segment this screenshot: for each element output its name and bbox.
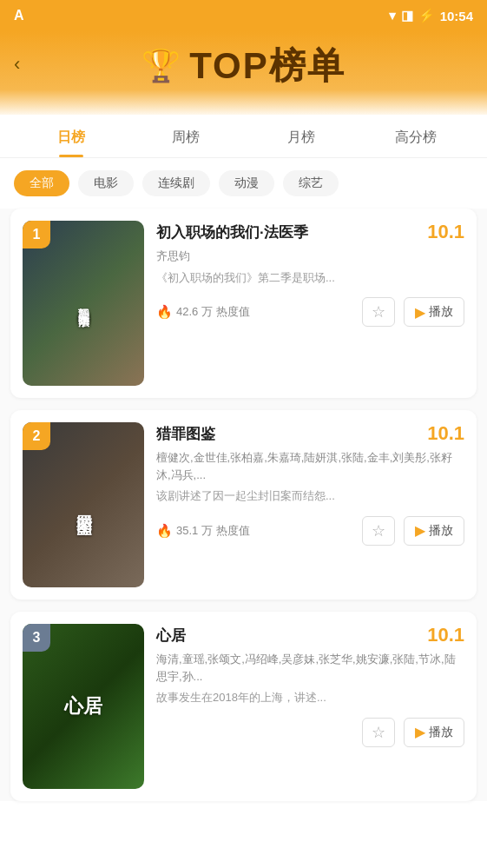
play-label-2: 播放 bbox=[429, 523, 453, 539]
time-display: 10:54 bbox=[440, 9, 473, 23]
item-actions-1: 🔥 42.6 万 热度值 ☆ ▶ 播放 bbox=[156, 297, 464, 327]
item-score-3: 10.1 bbox=[427, 624, 464, 646]
item-info-1: 初入职场的我们·法医季 10.1 齐思钧 《初入职场的我们》第二季是职场... … bbox=[156, 221, 464, 386]
play-label-3: 播放 bbox=[429, 725, 453, 740]
play-icon-1: ▶ bbox=[415, 304, 425, 321]
filter-anime[interactable]: 动漫 bbox=[219, 170, 274, 196]
poster-2: 猎罪 图鉴 2 bbox=[23, 422, 144, 587]
title-row-2: 猎罪图鉴 10.1 bbox=[156, 422, 464, 445]
star-button-3[interactable]: ☆ bbox=[362, 718, 395, 747]
poster-1: 初入职场 的我们 法医季 1 bbox=[23, 221, 144, 386]
item-info-2: 猎罪图鉴 10.1 檀健次,金世佳,张柏嘉,朱嘉琦,陆妍淇,张陆,金丰,刘美彤,… bbox=[156, 422, 464, 587]
tab-weekly[interactable]: 周榜 bbox=[128, 115, 243, 157]
battery-icon: ⚡ bbox=[418, 8, 435, 23]
header-title: 🏆 TOP榜单 bbox=[0, 42, 487, 90]
status-bar-right: ▾ ◨ ⚡ 10:54 bbox=[389, 8, 473, 23]
item-score-1: 10.1 bbox=[427, 221, 464, 243]
tab-daily[interactable]: 日榜 bbox=[14, 115, 128, 157]
tab-monthly[interactable]: 月榜 bbox=[244, 115, 359, 157]
play-icon-3: ▶ bbox=[415, 724, 425, 740]
poster-3: 心居 3 bbox=[23, 624, 144, 789]
item-title-2: 猎罪图鉴 bbox=[156, 424, 215, 444]
item-actions-2: 🔥 35.1 万 热度值 ☆ ▶ 播放 bbox=[156, 516, 464, 546]
item-cast-1: 齐思钧 bbox=[156, 248, 464, 265]
play-button-3[interactable]: ▶ 播放 bbox=[404, 718, 464, 747]
item-desc-3: 故事发生在2018年的上海，讲述... bbox=[156, 689, 464, 706]
page-title: TOP榜单 bbox=[189, 42, 346, 90]
filter-all[interactable]: 全部 bbox=[14, 170, 69, 196]
fire-icon-2: 🔥 bbox=[156, 523, 173, 539]
item-score-2: 10.1 bbox=[427, 422, 464, 445]
tab-top[interactable]: 高分榜 bbox=[359, 115, 473, 157]
rank-badge-3: 3 bbox=[23, 624, 50, 652]
heat-value-1: 42.6 万 热度值 bbox=[176, 304, 250, 320]
play-button-2[interactable]: ▶ 播放 bbox=[404, 516, 464, 546]
title-row-1: 初入职场的我们·法医季 10.1 bbox=[156, 221, 464, 243]
heat-badge-2: 🔥 35.1 万 热度值 bbox=[156, 523, 250, 539]
status-bar: A ▾ ◨ ⚡ 10:54 bbox=[0, 0, 487, 31]
item-cast-2: 檀健次,金世佳,张柏嘉,朱嘉琦,陆妍淇,张陆,金丰,刘美彤,张籽沐,冯兵,... bbox=[156, 449, 464, 483]
rank-badge-2: 2 bbox=[23, 422, 50, 450]
list-item: 心居 3 心居 10.1 海清,童瑶,张颂文,冯绍峰,吴彦妹,张芝华,姚安濂,张… bbox=[10, 612, 477, 801]
item-desc-2: 该剧讲述了因一起尘封旧案而结怨... bbox=[156, 487, 464, 505]
filter-movie[interactable]: 电影 bbox=[78, 170, 134, 196]
play-icon-2: ▶ bbox=[415, 522, 425, 539]
list-item: 猎罪 图鉴 2 猎罪图鉴 10.1 檀健次,金世佳,张柏嘉,朱嘉琦,陆妍淇,张陆… bbox=[10, 410, 477, 600]
trophy-icon: 🏆 bbox=[141, 48, 181, 84]
filter-container: 全部 电影 连续剧 动漫 综艺 bbox=[0, 158, 487, 209]
play-label-1: 播放 bbox=[429, 304, 453, 320]
tabs-container: 日榜 周榜 月榜 高分榜 bbox=[0, 115, 487, 158]
fire-icon-1: 🔥 bbox=[156, 304, 173, 320]
star-button-1[interactable]: ☆ bbox=[362, 297, 395, 327]
title-row-3: 心居 10.1 bbox=[156, 624, 464, 646]
item-actions-3: ☆ ▶ 播放 bbox=[156, 718, 464, 747]
heat-badge-1: 🔥 42.6 万 热度值 bbox=[156, 304, 250, 320]
item-title-1: 初入职场的我们·法医季 bbox=[156, 222, 308, 242]
item-info-3: 心居 10.1 海清,童瑶,张颂文,冯绍峰,吴彦妹,张芝华,姚安濂,张陆,节冰,… bbox=[156, 624, 464, 789]
app-icon: A bbox=[14, 8, 24, 23]
content-list: 初入职场 的我们 法医季 1 初入职场的我们·法医季 10.1 齐思钧 《初入职… bbox=[0, 209, 487, 801]
wifi-icon: ▾ bbox=[389, 8, 396, 23]
signal-icon: ◨ bbox=[401, 8, 413, 23]
star-button-2[interactable]: ☆ bbox=[362, 516, 395, 546]
filter-variety[interactable]: 综艺 bbox=[283, 170, 339, 196]
back-button[interactable]: ‹ bbox=[14, 53, 20, 76]
filter-series[interactable]: 连续剧 bbox=[142, 170, 210, 196]
item-title-3: 心居 bbox=[156, 626, 186, 646]
heat-value-2: 35.1 万 热度值 bbox=[176, 523, 250, 539]
rank-badge-1: 1 bbox=[23, 221, 50, 248]
item-desc-1: 《初入职场的我们》第二季是职场... bbox=[156, 269, 464, 287]
header: ‹ 🏆 TOP榜单 bbox=[0, 31, 487, 115]
list-item: 初入职场 的我们 法医季 1 初入职场的我们·法医季 10.1 齐思钧 《初入职… bbox=[10, 209, 477, 398]
item-cast-3: 海清,童瑶,张颂文,冯绍峰,吴彦妹,张芝华,姚安濂,张陆,节冰,陆思宇,孙... bbox=[156, 651, 464, 685]
play-button-1[interactable]: ▶ 播放 bbox=[404, 297, 464, 327]
